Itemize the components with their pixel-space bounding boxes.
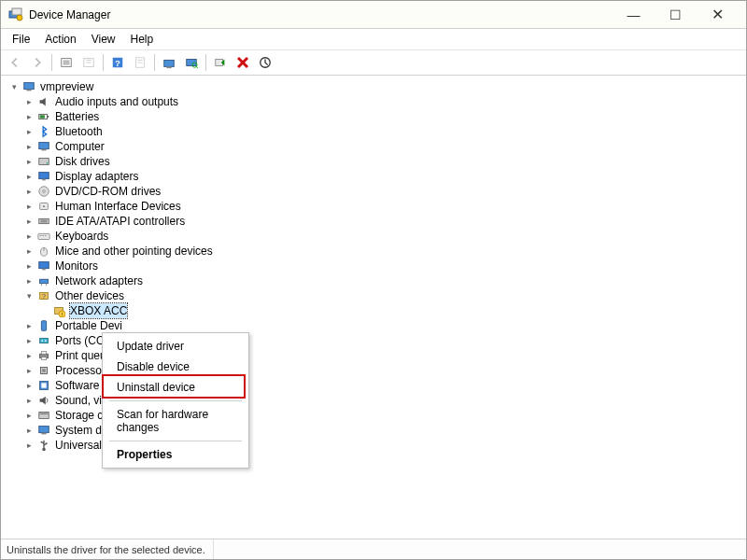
expand-icon[interactable]: ▸ [23,318,35,333]
window-control-buttons: — ☐ ✕ [613,1,739,29]
tree-node[interactable]: ▸Bluetooth [5,124,742,139]
device-tree[interactable]: ▾ vmpreview ▸Audio inputs and outputs▸Ba… [1,76,746,539]
context-menu-item[interactable]: Disable device [106,357,246,377]
svg-point-36 [43,205,45,207]
maximize-button[interactable]: ☐ [655,1,697,29]
expand-icon[interactable]: ▸ [23,169,35,184]
expand-icon[interactable]: ▸ [23,408,35,423]
enable-device-button[interactable] [210,52,231,73]
expand-icon[interactable]: ▸ [23,94,35,109]
expand-icon[interactable]: ▸ [23,199,35,214]
tree-root[interactable]: ▾ vmpreview [5,79,742,94]
portable-icon [36,318,51,333]
tree-node-label[interactable]: Audio inputs and outputs [55,94,178,109]
tree-node-label[interactable]: Disk drives [55,154,110,169]
tree-node-label[interactable]: Monitors [55,259,98,273]
expand-icon[interactable]: ▸ [23,378,35,393]
context-menu-item[interactable]: Uninstall device [106,377,246,398]
svg-rect-14 [166,66,171,68]
expand-icon[interactable]: ▸ [23,124,35,139]
expand-icon[interactable]: ▸ [23,154,35,169]
menu-view[interactable]: View [84,31,123,48]
svg-rect-64 [42,369,46,372]
update-driver-button[interactable] [159,52,179,73]
tree-node-label[interactable]: Keyboards [55,229,108,244]
forward-button[interactable] [27,52,48,73]
context-menu-item[interactable]: Properties [106,444,246,465]
tree-node[interactable]: ▸Portable Devi [5,318,742,333]
tree-node[interactable]: ▸Monitors [5,259,742,273]
device-manager-window: Device Manager — ☐ ✕ File Action View He… [0,0,747,560]
expand-icon[interactable]: ▸ [23,139,35,154]
expand-icon[interactable]: ▸ [23,393,35,408]
svg-rect-23 [26,90,31,91]
expand-icon[interactable]: ▸ [23,244,35,259]
tree-node[interactable]: ▸Computer [5,139,742,154]
tree-node-label[interactable]: Mice and other pointing devices [55,244,213,259]
expand-icon[interactable]: ▸ [23,214,35,229]
context-menu-item[interactable]: Scan for hardware changes [106,404,246,438]
tree-node-label[interactable]: Other devices [55,288,124,303]
expand-icon[interactable]: ▸ [23,229,35,244]
tree-node[interactable]: !XBOX ACC [5,303,742,318]
svg-rect-66 [41,383,46,387]
tree-node-label[interactable]: Display adapters [55,169,138,184]
tree-node-label[interactable]: Portable Devi [55,318,122,333]
show-hidden-button[interactable] [56,52,77,73]
tree-root-label[interactable]: vmpreview [40,79,93,94]
svg-rect-31 [39,173,49,179]
scan-hardware-button[interactable] [181,52,202,73]
expand-icon[interactable]: ▸ [23,273,35,288]
menu-file[interactable]: File [5,31,37,48]
tree-node[interactable]: ▸DVD/CD-ROM drives [5,184,742,199]
svg-rect-40 [38,233,49,239]
context-menu-item[interactable]: Update driver [106,336,246,357]
collapse-icon[interactable]: ▾ [23,288,35,303]
expand-icon[interactable]: ▸ [23,184,35,199]
svg-rect-46 [39,262,49,269]
tree-node-label[interactable]: Bluetooth [55,124,103,139]
expand-icon[interactable]: ▸ [23,333,35,348]
tree-node-label[interactable]: XBOX ACC [70,303,127,318]
tree-node[interactable]: ▸Mice and other pointing devices [5,244,742,259]
tree-node[interactable]: ▸Network adapters [5,273,742,288]
svg-rect-48 [40,279,49,283]
minimize-button[interactable]: — [613,1,655,29]
tree-node-label[interactable]: Network adapters [55,273,143,288]
tree-node[interactable]: ▸IDE ATA/ATAPI controllers [5,214,742,229]
tree-node-label[interactable]: Human Interface Devices [55,199,181,214]
close-button[interactable]: ✕ [697,1,739,29]
svg-point-59 [45,340,47,342]
expand-icon[interactable]: ▸ [23,423,35,438]
tree-node[interactable]: ▸Human Interface Devices [5,199,742,214]
tree-node-label[interactable]: IDE ATA/ATAPI controllers [55,214,185,229]
expand-icon[interactable]: ▸ [23,438,35,453]
menu-help[interactable]: Help [123,31,162,48]
tree-node[interactable]: ▾?Other devices [5,288,742,303]
expand-icon[interactable]: ▸ [23,363,35,378]
collapse-icon[interactable]: ▾ [8,79,20,94]
tree-node-label[interactable]: Batteries [55,109,99,124]
svg-text:!: ! [62,312,63,317]
svg-rect-27 [39,143,49,149]
computer-icon [36,139,51,154]
tree-node[interactable]: ▸Keyboards [5,229,742,244]
tree-node-label[interactable]: Computer [55,139,105,154]
svg-rect-26 [40,115,45,119]
tree-node-label[interactable]: DVD/CD-ROM drives [55,184,161,199]
expand-icon[interactable]: ▸ [23,348,35,363]
expand-icon[interactable]: ▸ [23,259,35,273]
menu-action[interactable]: Action [37,31,83,48]
tree-node[interactable]: ▸Display adapters [5,169,742,184]
context-menu-separator [109,400,242,401]
back-button[interactable] [5,52,25,73]
tree-node[interactable]: ▸Batteries [5,109,742,124]
disable-device-button[interactable] [233,52,253,73]
expand-icon[interactable]: ▸ [23,109,35,124]
toolbar-btn-extra[interactable] [78,52,99,73]
tree-node[interactable]: ▸Audio inputs and outputs [5,94,742,109]
tree-node[interactable]: ▸Disk drives [5,154,742,169]
properties-button[interactable] [130,52,150,73]
uninstall-device-button[interactable] [255,52,275,73]
help-button[interactable]: ? [107,52,128,73]
